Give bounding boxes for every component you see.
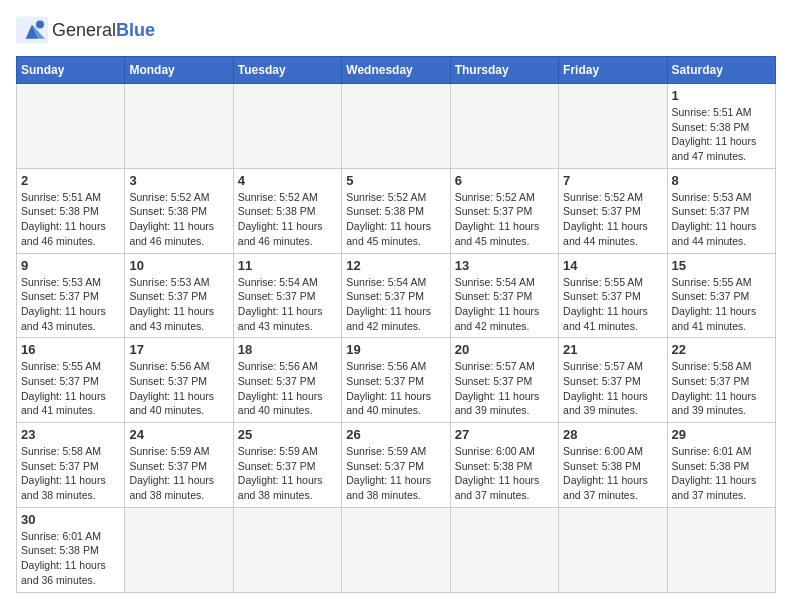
calendar-cell: 10Sunrise: 5:53 AMSunset: 5:37 PMDayligh…: [125, 253, 233, 338]
day-number: 14: [563, 258, 662, 273]
day-info: Sunrise: 5:52 AMSunset: 5:38 PMDaylight:…: [346, 190, 445, 249]
day-number: 6: [455, 173, 554, 188]
day-header-sunday: Sunday: [17, 57, 125, 84]
day-number: 12: [346, 258, 445, 273]
day-number: 9: [21, 258, 120, 273]
day-info: Sunrise: 5:55 AMSunset: 5:37 PMDaylight:…: [21, 359, 120, 418]
calendar-cell: 1Sunrise: 5:51 AMSunset: 5:38 PMDaylight…: [667, 84, 775, 169]
day-info: Sunrise: 5:59 AMSunset: 5:37 PMDaylight:…: [129, 444, 228, 503]
day-number: 27: [455, 427, 554, 442]
day-number: 16: [21, 342, 120, 357]
calendar-cell: [559, 84, 667, 169]
week-row-5: 23Sunrise: 5:58 AMSunset: 5:37 PMDayligh…: [17, 423, 776, 508]
day-header-friday: Friday: [559, 57, 667, 84]
day-number: 24: [129, 427, 228, 442]
day-number: 28: [563, 427, 662, 442]
day-number: 21: [563, 342, 662, 357]
day-header-monday: Monday: [125, 57, 233, 84]
logo-text: GeneralBlue: [52, 20, 155, 41]
day-info: Sunrise: 5:54 AMSunset: 5:37 PMDaylight:…: [238, 275, 337, 334]
day-number: 8: [672, 173, 771, 188]
day-info: Sunrise: 6:01 AMSunset: 5:38 PMDaylight:…: [672, 444, 771, 503]
calendar-cell: [342, 84, 450, 169]
calendar-cell: [125, 84, 233, 169]
day-info: Sunrise: 5:59 AMSunset: 5:37 PMDaylight:…: [346, 444, 445, 503]
calendar-cell: 25Sunrise: 5:59 AMSunset: 5:37 PMDayligh…: [233, 423, 341, 508]
day-info: Sunrise: 5:53 AMSunset: 5:37 PMDaylight:…: [21, 275, 120, 334]
day-number: 3: [129, 173, 228, 188]
calendar-cell: [450, 507, 558, 592]
day-info: Sunrise: 5:56 AMSunset: 5:37 PMDaylight:…: [238, 359, 337, 418]
calendar-cell: 7Sunrise: 5:52 AMSunset: 5:37 PMDaylight…: [559, 168, 667, 253]
calendar-cell: 30Sunrise: 6:01 AMSunset: 5:38 PMDayligh…: [17, 507, 125, 592]
day-info: Sunrise: 5:57 AMSunset: 5:37 PMDaylight:…: [563, 359, 662, 418]
week-row-3: 9Sunrise: 5:53 AMSunset: 5:37 PMDaylight…: [17, 253, 776, 338]
day-info: Sunrise: 5:52 AMSunset: 5:38 PMDaylight:…: [129, 190, 228, 249]
calendar-cell: 16Sunrise: 5:55 AMSunset: 5:37 PMDayligh…: [17, 338, 125, 423]
day-info: Sunrise: 5:52 AMSunset: 5:37 PMDaylight:…: [455, 190, 554, 249]
day-info: Sunrise: 5:52 AMSunset: 5:37 PMDaylight:…: [563, 190, 662, 249]
day-info: Sunrise: 5:54 AMSunset: 5:37 PMDaylight:…: [346, 275, 445, 334]
day-info: Sunrise: 6:00 AMSunset: 5:38 PMDaylight:…: [563, 444, 662, 503]
calendar-cell: 6Sunrise: 5:52 AMSunset: 5:37 PMDaylight…: [450, 168, 558, 253]
calendar-cell: [233, 84, 341, 169]
calendar-cell: [667, 507, 775, 592]
calendar-cell: 21Sunrise: 5:57 AMSunset: 5:37 PMDayligh…: [559, 338, 667, 423]
week-row-6: 30Sunrise: 6:01 AMSunset: 5:38 PMDayligh…: [17, 507, 776, 592]
day-number: 1: [672, 88, 771, 103]
calendar-cell: 15Sunrise: 5:55 AMSunset: 5:37 PMDayligh…: [667, 253, 775, 338]
calendar-cell: 9Sunrise: 5:53 AMSunset: 5:37 PMDaylight…: [17, 253, 125, 338]
calendar-cell: 17Sunrise: 5:56 AMSunset: 5:37 PMDayligh…: [125, 338, 233, 423]
calendar-cell: 14Sunrise: 5:55 AMSunset: 5:37 PMDayligh…: [559, 253, 667, 338]
week-row-2: 2Sunrise: 5:51 AMSunset: 5:38 PMDaylight…: [17, 168, 776, 253]
calendar-cell: 26Sunrise: 5:59 AMSunset: 5:37 PMDayligh…: [342, 423, 450, 508]
day-header-tuesday: Tuesday: [233, 57, 341, 84]
day-number: 22: [672, 342, 771, 357]
calendar-cell: 20Sunrise: 5:57 AMSunset: 5:37 PMDayligh…: [450, 338, 558, 423]
day-number: 4: [238, 173, 337, 188]
day-info: Sunrise: 5:56 AMSunset: 5:37 PMDaylight:…: [346, 359, 445, 418]
calendar-cell: [450, 84, 558, 169]
day-number: 13: [455, 258, 554, 273]
day-info: Sunrise: 6:00 AMSunset: 5:38 PMDaylight:…: [455, 444, 554, 503]
day-info: Sunrise: 5:53 AMSunset: 5:37 PMDaylight:…: [672, 190, 771, 249]
day-number: 11: [238, 258, 337, 273]
day-number: 10: [129, 258, 228, 273]
day-info: Sunrise: 5:55 AMSunset: 5:37 PMDaylight:…: [672, 275, 771, 334]
calendar-table: SundayMondayTuesdayWednesdayThursdayFrid…: [16, 56, 776, 593]
day-number: 7: [563, 173, 662, 188]
day-number: 20: [455, 342, 554, 357]
calendar-cell: [233, 507, 341, 592]
calendar-cell: [17, 84, 125, 169]
day-number: 15: [672, 258, 771, 273]
calendar-cell: 23Sunrise: 5:58 AMSunset: 5:37 PMDayligh…: [17, 423, 125, 508]
logo: GeneralBlue: [16, 16, 155, 44]
day-header-saturday: Saturday: [667, 57, 775, 84]
logo-icon: [16, 16, 48, 44]
calendar-cell: 13Sunrise: 5:54 AMSunset: 5:37 PMDayligh…: [450, 253, 558, 338]
calendar-cell: 5Sunrise: 5:52 AMSunset: 5:38 PMDaylight…: [342, 168, 450, 253]
calendar-cell: 3Sunrise: 5:52 AMSunset: 5:38 PMDaylight…: [125, 168, 233, 253]
day-number: 17: [129, 342, 228, 357]
day-info: Sunrise: 5:58 AMSunset: 5:37 PMDaylight:…: [21, 444, 120, 503]
day-info: Sunrise: 5:51 AMSunset: 5:38 PMDaylight:…: [672, 105, 771, 164]
calendar-cell: 18Sunrise: 5:56 AMSunset: 5:37 PMDayligh…: [233, 338, 341, 423]
day-number: 18: [238, 342, 337, 357]
calendar-cell: 12Sunrise: 5:54 AMSunset: 5:37 PMDayligh…: [342, 253, 450, 338]
day-info: Sunrise: 5:57 AMSunset: 5:37 PMDaylight:…: [455, 359, 554, 418]
day-number: 30: [21, 512, 120, 527]
week-row-1: 1Sunrise: 5:51 AMSunset: 5:38 PMDaylight…: [17, 84, 776, 169]
calendar-cell: [559, 507, 667, 592]
day-info: Sunrise: 5:56 AMSunset: 5:37 PMDaylight:…: [129, 359, 228, 418]
day-number: 19: [346, 342, 445, 357]
day-info: Sunrise: 5:59 AMSunset: 5:37 PMDaylight:…: [238, 444, 337, 503]
day-info: Sunrise: 5:52 AMSunset: 5:38 PMDaylight:…: [238, 190, 337, 249]
calendar-cell: 19Sunrise: 5:56 AMSunset: 5:37 PMDayligh…: [342, 338, 450, 423]
calendar-cell: 11Sunrise: 5:54 AMSunset: 5:37 PMDayligh…: [233, 253, 341, 338]
day-number: 29: [672, 427, 771, 442]
day-info: Sunrise: 5:53 AMSunset: 5:37 PMDaylight:…: [129, 275, 228, 334]
day-header-thursday: Thursday: [450, 57, 558, 84]
day-info: Sunrise: 5:55 AMSunset: 5:37 PMDaylight:…: [563, 275, 662, 334]
day-header-wednesday: Wednesday: [342, 57, 450, 84]
calendar-cell: [342, 507, 450, 592]
